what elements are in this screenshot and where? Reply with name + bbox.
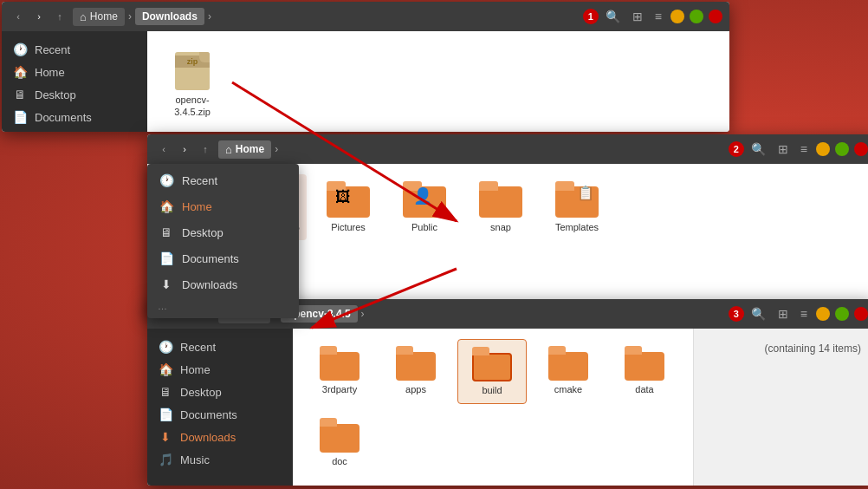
close-2[interactable]	[854, 142, 868, 156]
folder-tab	[548, 346, 566, 355]
minimize-1[interactable]	[670, 10, 684, 23]
breadcrumb-home-1[interactable]: ⌂ Home	[73, 8, 125, 26]
file-data[interactable]: data	[610, 339, 679, 404]
dropdown-recent[interactable]: 🕐 Recent	[147, 167, 299, 193]
public-icon: 👤	[413, 186, 432, 205]
menu-button-2[interactable]: ≡	[797, 140, 811, 158]
file-platforms[interactable]: platforms	[457, 482, 527, 486]
sidebar-item-downloads-1[interactable]: ⬇ Downloads	[2, 128, 147, 132]
folder-tab	[320, 346, 337, 355]
file-apps[interactable]: apps	[381, 339, 450, 404]
folder-body	[625, 352, 664, 381]
file-doc[interactable]: doc	[305, 411, 374, 474]
recent-icon-3: 🕐	[158, 340, 173, 354]
file-samples[interactable]: samples	[534, 482, 603, 486]
sidebar-desktop-label-1: Desktop	[35, 88, 76, 101]
search-button-2[interactable]: 🔍	[748, 140, 769, 158]
info-panel-3: (containing 14 items)	[693, 329, 868, 486]
file-include[interactable]: include	[305, 482, 374, 486]
maximize-3[interactable]	[835, 307, 849, 321]
sidebar-item-desktop-1[interactable]: 🖥 Desktop	[2, 83, 147, 106]
sidebar-item-downloads-3[interactable]: ⬇ Downloads	[147, 426, 293, 448]
breadcrumb-arrow-2: ›	[273, 143, 280, 155]
nav-buttons-1: ‹ › ↑	[9, 7, 69, 26]
file-modules[interactable]: modules	[381, 482, 450, 486]
downloads-icon-3: ⬇	[158, 430, 173, 444]
desktop-icon-3: 🖥	[158, 385, 173, 399]
file-cmakelists[interactable]: CMakeLists.txt	[610, 482, 679, 486]
sidebar-item-desktop-3[interactable]: 🖥 Desktop	[147, 381, 293, 403]
sidebar-item-home-3[interactable]: 🏠 Home	[147, 358, 293, 381]
file-grid-3b: include modules platforms	[305, 482, 681, 486]
home-sidebar-icon-1: 🏠	[12, 65, 28, 79]
file-pictures[interactable]: 🖼 Pictures	[314, 174, 383, 240]
menu-button-1[interactable]: ≡	[651, 8, 665, 25]
file-3rdparty[interactable]: 3rdparty	[305, 339, 374, 404]
folder-tab-snap	[479, 181, 498, 191]
file-name-build: build	[482, 384, 502, 396]
templates-folder-icon: 📋	[555, 181, 599, 218]
breadcrumb-arrow-1: ›	[206, 10, 213, 23]
folder-body-sel	[472, 353, 512, 381]
file-name-data: data	[635, 383, 653, 395]
file-name-templates: Templates	[555, 221, 599, 233]
view-toggle-3[interactable]: ⊞	[774, 305, 792, 323]
up-button-2[interactable]: ↑	[196, 140, 215, 159]
maximize-1[interactable]	[690, 10, 703, 23]
dropdown-documents-icon: 📄	[159, 251, 173, 265]
breadcrumb-sep-1: ›	[126, 10, 133, 23]
file-cmake[interactable]: cmake	[534, 339, 603, 404]
up-button-1[interactable]: ↑	[50, 7, 69, 26]
folder-body	[396, 352, 436, 381]
forward-button-1[interactable]: ›	[29, 7, 49, 26]
sidebar-item-home-1[interactable]: 🏠 Home	[2, 61, 147, 83]
minimize-2[interactable]	[816, 142, 830, 156]
dropdown-recent-icon: 🕐	[159, 173, 173, 187]
dropdown-desktop-icon: 🖥	[159, 225, 173, 239]
titlebar-right-2: 🔍 ⊞ ≡	[748, 140, 868, 158]
menu-button-3[interactable]: ≡	[797, 305, 811, 323]
file-opencv-zip[interactable]: opencv-3.4.5.zip	[158, 45, 227, 126]
breadcrumb-current-1[interactable]: Downloads	[135, 8, 204, 25]
sidebar-home-label-1: Home	[35, 66, 65, 79]
maximize-2[interactable]	[835, 142, 849, 156]
home-icon-2: ⌂	[225, 143, 232, 156]
public-folder-icon: 👤	[403, 181, 446, 218]
sidebar-recent-label-3: Recent	[180, 341, 216, 354]
dropdown-downloads[interactable]: ⬇ Downloads	[147, 271, 299, 297]
breadcrumb-home-2[interactable]: ⌂ Home	[218, 140, 271, 159]
search-button-1[interactable]: 🔍	[602, 8, 624, 25]
back-button-2[interactable]: ‹	[154, 140, 173, 159]
dropdown-documents[interactable]: 📄 Documents	[147, 245, 299, 271]
file-snap[interactable]: snap	[466, 174, 535, 240]
sidebar-item-documents-3[interactable]: 📄 Documents	[147, 403, 293, 426]
nav-buttons-2: ‹ › ↑	[154, 140, 215, 159]
sidebar-item-music-3[interactable]: 🎵 Music	[147, 448, 293, 471]
view-toggle-1[interactable]: ⊞	[629, 8, 646, 25]
pictures-folder-icon: 🖼	[327, 181, 370, 218]
close-1[interactable]	[709, 10, 722, 23]
sidebar-home-label-3: Home	[180, 363, 211, 376]
search-button-3[interactable]: 🔍	[748, 305, 769, 323]
window-downloads-1: ‹ › ↑ ⌂ Home › Downloads › 1 🔍 ⊞ ≡	[2, 2, 729, 132]
dropdown-desktop[interactable]: 🖥 Desktop	[147, 219, 299, 245]
view-toggle-2[interactable]: ⊞	[774, 140, 792, 158]
back-button-1[interactable]: ‹	[9, 7, 28, 26]
breadcrumb-home-label-2: Home	[236, 143, 264, 155]
sidebar-item-documents-1[interactable]: 📄 Documents	[2, 106, 147, 128]
dropdown-home[interactable]: 🏠 Home	[147, 193, 299, 219]
file-grid-1: opencv-3.4.5.zip	[158, 45, 719, 126]
folder-body	[548, 352, 588, 381]
home-sidebar-icon-3: 🏠	[158, 362, 173, 376]
file-name-3rdparty: 3rdparty	[322, 383, 357, 395]
file-templates[interactable]: 📋 Templates	[542, 174, 612, 240]
forward-button-2[interactable]: ›	[175, 140, 194, 159]
sidebar-item-recent-3[interactable]: 🕐 Recent	[147, 336, 293, 358]
badge-1: 1	[583, 9, 599, 24]
sidebar-item-recent-1[interactable]: 🕐 Recent	[2, 38, 147, 61]
file-public[interactable]: 👤 Public	[390, 174, 459, 240]
file-build[interactable]: build	[457, 339, 527, 404]
breadcrumb-arrow-3: ›	[360, 308, 366, 320]
minimize-3[interactable]	[816, 307, 830, 321]
close-3[interactable]	[854, 307, 868, 321]
